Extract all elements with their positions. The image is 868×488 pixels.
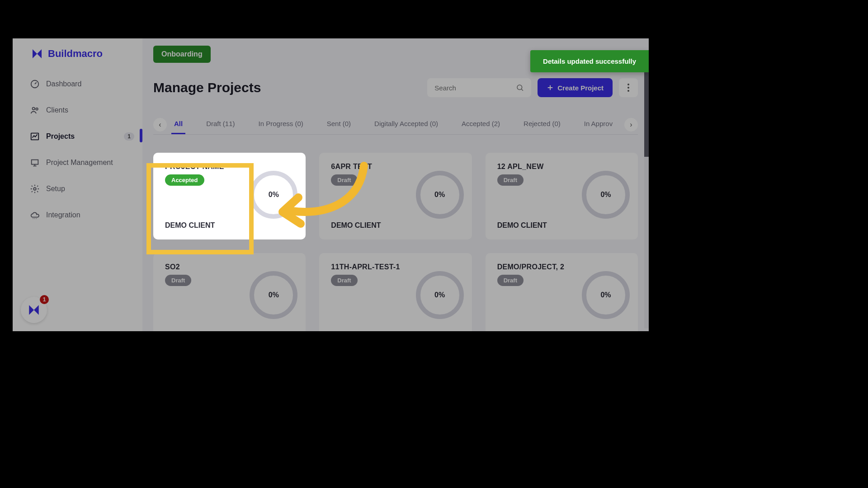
gear-icon <box>30 184 40 194</box>
tab-draft[interactable]: Draft (11) <box>203 115 237 134</box>
search-input[interactable] <box>434 84 516 92</box>
nav-list: Dashboard Clients Projects 1 Project Man… <box>13 71 142 228</box>
tabs-scroll-left[interactable]: ‹ <box>153 118 167 131</box>
progress-value: 0% <box>434 291 445 299</box>
progress-value: 0% <box>269 291 279 299</box>
kebab-icon <box>627 84 629 92</box>
sidebar-item-clients[interactable]: Clients <box>13 97 142 123</box>
nav-label: Project Management <box>46 159 113 167</box>
tab-accepted[interactable]: Accepted (2) <box>459 115 503 134</box>
svg-point-2 <box>36 108 38 110</box>
svg-point-5 <box>33 188 36 190</box>
tab-rejected[interactable]: Rejected (0) <box>521 115 563 134</box>
sidebar-item-setup[interactable]: Setup <box>13 176 142 202</box>
nav-label: Projects <box>46 132 75 141</box>
project-name: 12 APL_NEW <box>497 163 626 171</box>
sidebar-item-dashboard[interactable]: Dashboard <box>13 71 142 97</box>
sidebar: Buildmacro Dashboard Clients Projects 1 … <box>13 38 142 331</box>
project-card[interactable]: DEMO/PROJECT, 2 Draft 0% <box>486 253 638 331</box>
tab-in-approval[interactable]: In Approv <box>581 115 615 134</box>
project-card[interactable]: 11TH-APRL-TEST-1 Draft 0% <box>319 253 472 331</box>
project-name: 6APR TEST <box>331 163 460 171</box>
chart-line-icon <box>30 131 40 141</box>
presentation-icon <box>30 158 40 168</box>
progress-value: 0% <box>600 291 611 299</box>
tab-sent[interactable]: Sent (0) <box>324 115 354 134</box>
brand-name: Buildmacro <box>48 48 103 60</box>
status-badge: Accepted <box>165 174 204 186</box>
progress-ring: 0% <box>250 271 297 319</box>
sidebar-item-projects[interactable]: Projects 1 <box>13 123 142 150</box>
project-card[interactable]: SO2 Draft 0% <box>153 253 306 331</box>
sidebar-item-integration[interactable]: Integration <box>13 202 142 228</box>
page-header: Manage Projects Create Project <box>153 78 638 97</box>
tab-in-progress[interactable]: In Progress (0) <box>256 115 306 134</box>
sidebar-item-project-management[interactable]: Project Management <box>13 150 142 176</box>
toast-message: Details updated successfully <box>543 57 636 65</box>
status-badge: Draft <box>331 174 357 186</box>
project-name: DEMO/PROJECT, 2 <box>497 263 626 271</box>
nav-label: Setup <box>46 185 65 193</box>
progress-ring: 0% <box>416 271 464 319</box>
status-badge: Draft <box>497 275 524 286</box>
plus-icon <box>547 84 554 91</box>
progress-ring: 0% <box>250 171 297 219</box>
page-title: Manage Projects <box>153 80 421 95</box>
status-badge: Draft <box>165 275 191 286</box>
search-icon <box>516 83 524 92</box>
users-icon <box>30 105 40 115</box>
tabs-scroll-right[interactable]: › <box>624 118 638 131</box>
progress-value: 0% <box>269 191 279 199</box>
help-fab[interactable]: 1 <box>21 297 47 323</box>
svg-rect-4 <box>32 160 38 164</box>
progress-value: 0% <box>600 191 611 199</box>
onboarding-button[interactable]: Onboarding <box>153 46 211 63</box>
gauge-icon <box>30 79 40 89</box>
fab-badge: 1 <box>40 295 49 304</box>
create-project-label: Create Project <box>557 84 604 92</box>
project-card[interactable]: 12 APL_NEW Draft 0% DEMO CLIENT <box>486 153 638 239</box>
nav-label: Integration <box>46 211 80 219</box>
progress-ring: 0% <box>582 171 630 219</box>
brand-logo[interactable]: Buildmacro <box>13 38 142 71</box>
app-viewport: Buildmacro Dashboard Clients Projects 1 … <box>13 38 649 331</box>
cloud-icon <box>30 210 40 220</box>
project-card[interactable]: PROJECT NAME Accepted 0% DEMO CLIENT <box>153 153 306 239</box>
project-client: DEMO CLIENT <box>331 221 460 230</box>
project-name: SO2 <box>165 263 294 271</box>
svg-point-6 <box>517 85 522 90</box>
tabs-row: ‹ All Draft (11) In Progress (0) Sent (0… <box>153 115 638 135</box>
nav-badge: 1 <box>124 132 134 141</box>
tab-all[interactable]: All <box>171 115 185 134</box>
nav-label: Clients <box>46 106 68 114</box>
create-project-button[interactable]: Create Project <box>538 78 613 97</box>
success-toast: Details updated successfully <box>530 50 649 72</box>
tab-digitally-accepted[interactable]: Digitally Accepted (0) <box>372 115 441 134</box>
project-client: DEMO CLIENT <box>165 221 294 230</box>
status-badge: Draft <box>331 275 357 286</box>
progress-ring: 0% <box>582 271 630 319</box>
tabs-container: All Draft (11) In Progress (0) Sent (0) … <box>171 115 620 134</box>
progress-value: 0% <box>434 191 445 199</box>
project-name: 11TH-APRL-TEST-1 <box>331 263 460 271</box>
progress-ring: 0% <box>416 171 464 219</box>
projects-grid: PROJECT NAME Accepted 0% DEMO CLIENT 6AP… <box>153 153 638 331</box>
project-name: PROJECT NAME <box>165 163 294 171</box>
svg-point-1 <box>33 108 35 110</box>
brand-icon <box>31 47 43 60</box>
more-actions-button[interactable] <box>619 78 638 97</box>
nav-label: Dashboard <box>46 80 81 88</box>
search-box[interactable] <box>427 78 531 97</box>
scrollbar-thumb[interactable] <box>644 66 649 157</box>
main-content: Onboarding Manage Projects Create Projec… <box>142 38 649 331</box>
project-client: DEMO CLIENT <box>497 221 626 230</box>
status-badge: Draft <box>497 174 524 186</box>
project-card[interactable]: 6APR TEST Draft 0% DEMO CLIENT <box>319 153 472 239</box>
